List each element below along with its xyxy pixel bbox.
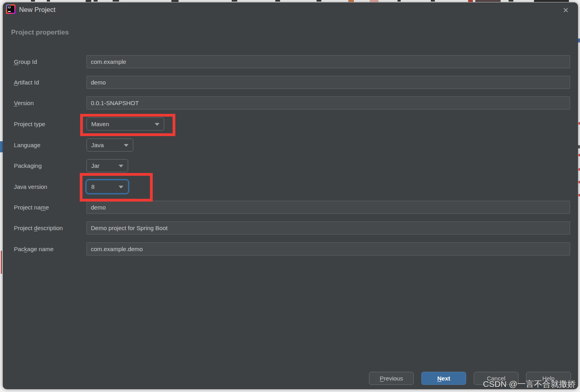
label-project-name: Project name — [14, 201, 49, 214]
form-row-project-name: Project name — [3, 201, 578, 214]
label-version: Version — [14, 96, 34, 110]
annotation-highlight-java-version — [80, 173, 153, 202]
artifact-id-input[interactable] — [86, 76, 570, 89]
project-description-input[interactable] — [86, 221, 570, 234]
label-group-id: Group Id — [14, 55, 37, 68]
form-row-artifact-id: Artifact Id — [3, 76, 578, 89]
csdn-watermark: CSDN @一言不合就撒娇 — [483, 379, 576, 390]
section-title: Project properties — [11, 29, 69, 37]
group-id-input[interactable] — [86, 55, 570, 68]
new-project-dialog: IJ New Project ✕ Project properties Grou… — [3, 2, 578, 389]
packaging-value: Jar — [91, 159, 100, 172]
form-row-package-name: Package name — [3, 242, 578, 256]
chevron-down-icon — [124, 144, 129, 147]
label-package-name: Package name — [14, 242, 54, 256]
form-row-version: Version — [3, 96, 578, 110]
project-name-input[interactable] — [86, 201, 570, 214]
next-button[interactable]: Next — [421, 372, 466, 385]
label-project-type: Project type — [14, 117, 45, 131]
intellij-idea-logo-icon: IJ — [6, 4, 15, 14]
version-input[interactable] — [86, 96, 570, 110]
close-icon[interactable]: ✕ — [561, 5, 571, 15]
label-artifact-id: Artifact Id — [14, 76, 39, 89]
language-dropdown[interactable]: Java — [86, 138, 133, 152]
package-name-input[interactable] — [86, 242, 570, 256]
screen: IJ New Project ✕ Project properties Grou… — [0, 0, 580, 392]
annotation-highlight-project-type — [80, 114, 175, 136]
label-language: Language — [14, 138, 40, 152]
form-row-packaging: Packaging Jar — [3, 159, 578, 172]
label-java-version: Java version — [14, 180, 47, 193]
label-packaging: Packaging — [14, 159, 42, 172]
label-project-description: Project description — [14, 221, 63, 234]
form-row-group-id: Group Id — [3, 55, 578, 68]
language-value: Java — [91, 139, 104, 151]
previous-button[interactable]: Previous — [369, 372, 414, 385]
dialog-titlebar: IJ New Project ✕ — [3, 2, 578, 17]
packaging-dropdown[interactable]: Jar — [86, 159, 128, 172]
chevron-down-icon — [119, 165, 123, 167]
form-row-project-description: Project description — [3, 221, 578, 234]
dialog-title: New Project — [19, 6, 56, 14]
form-row-language: Language Java — [3, 138, 578, 152]
